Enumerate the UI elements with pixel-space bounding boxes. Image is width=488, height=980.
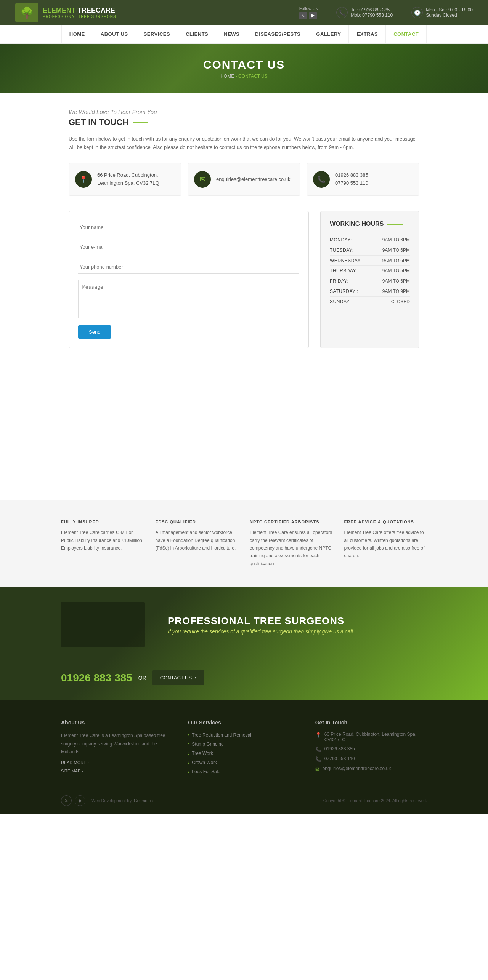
location-icon: 📍	[75, 171, 92, 188]
nav-about[interactable]: ABOUT US	[93, 25, 136, 43]
email-icon: ✉	[194, 171, 211, 188]
footer-phone2-icon: 📞	[315, 756, 321, 762]
working-hours: WORKING HOURS MONDAY: 9AM TO 6PM TUESDAY…	[320, 211, 419, 348]
feature-qualified: FdSc QUALIFIED All management and senior…	[156, 520, 239, 568]
feature-insured-text: Element Tree Care carries £5Million Publ…	[61, 529, 144, 552]
phone-info: 📞 Tel: 01926 883 385 Mob: 07790 553 110	[336, 7, 393, 18]
phone-numbers: Tel: 01926 883 385 Mob: 07790 553 110	[351, 7, 393, 18]
footer-dev-link[interactable]: Gecmedia	[134, 798, 153, 803]
cta-button-label: CONTACT US	[160, 675, 192, 681]
service-link-5[interactable]: Logs For Sale	[188, 769, 220, 774]
follow-label: Follow Us	[299, 6, 318, 11]
hours-sunday: SUNDAY: CLOSED	[330, 297, 410, 307]
brand-name: ELEMENT TREECARE	[43, 6, 116, 14]
nav-diseases[interactable]: DISEASES/PESTS	[247, 25, 308, 43]
logo-text: ELEMENT TREECARE PROFESSIONAL TREE SURGE…	[43, 6, 116, 19]
service-link-4[interactable]: Crown Work	[188, 760, 217, 765]
nav-extras[interactable]: EXTRAS	[349, 25, 386, 43]
footer-services-list: Tree Reduction and Removal Stump Grindin…	[188, 732, 300, 774]
cta-actions: 01926 883 385 OR CONTACT US ›	[61, 670, 204, 685]
time-sunday: CLOSED	[391, 299, 410, 304]
footer-email-link[interactable]: enquiries@elementtreecare.co.uk	[323, 766, 391, 771]
breadcrumb-home[interactable]: HOME	[220, 74, 234, 79]
email-input[interactable]	[78, 240, 299, 254]
nav-home[interactable]: HOME	[61, 25, 93, 43]
footer-email: ✉ enquiries@elementtreecare.co.uk	[315, 766, 427, 772]
footer-phone1: 📞 01926 883 385	[315, 746, 427, 752]
divider2	[402, 7, 402, 18]
mob-number: Mob: 07790 553 110	[351, 13, 393, 18]
time-saturday: 9AM TO 9PM	[382, 289, 410, 294]
phone-input[interactable]	[78, 260, 299, 274]
footer-about: About Us Element Tree Care is a Leamingt…	[61, 719, 173, 777]
cta-inner: PROFESSIONAL TREE SURGEONS If you requir…	[61, 602, 427, 685]
cta-contact-button[interactable]: CONTACT US ›	[152, 670, 204, 685]
spacer	[0, 363, 488, 478]
cta-or-label: OR	[138, 675, 146, 681]
address-card: 📍 66 Price Road, Cubbington, Leamington …	[69, 163, 181, 196]
email-link[interactable]: enquiries@elementtreecare.co.uk	[216, 176, 291, 182]
footer-youtube-icon[interactable]: ▶	[75, 795, 85, 806]
clock-icon: 🕐	[411, 7, 423, 18]
day-thursday: THURSDAY:	[330, 268, 357, 273]
footer-grid: About Us Element Tree Care is a Leamingt…	[61, 719, 427, 777]
top-bar: 🌳 ELEMENT TREECARE PROFESSIONAL TREE SUR…	[0, 0, 488, 25]
contact-form: Send	[69, 211, 309, 348]
brand-name-part2: TREECARE	[75, 6, 115, 14]
hero-banner: CONTACT US HOME › CONTACT US	[0, 44, 488, 93]
logo: 🌳 ELEMENT TREECARE PROFESSIONAL TREE SUR…	[15, 3, 116, 22]
top-right-info: Follow Us 𝕏 ▶ 📞 Tel: 01926 883 385 Mob: …	[299, 6, 473, 19]
read-more-link[interactable]: READ MORE ›	[61, 760, 173, 765]
footer: About Us Element Tree Care is a Leamingt…	[0, 700, 488, 814]
cta-subtitle: If you require the services of a qualifi…	[168, 628, 353, 635]
service-link-1[interactable]: Tree Reduction and Removal	[188, 732, 251, 738]
address-text: 66 Price Road, Cubbington, Leamington Sp…	[97, 171, 159, 187]
day-saturday: SATURDAY :	[330, 289, 358, 294]
feature-nptc-title: NPTC CERTIFIED ARBORISTS	[250, 520, 333, 524]
youtube-icon[interactable]: ▶	[309, 12, 317, 19]
footer-phone2: 📞 07790 553 110	[315, 756, 427, 762]
footer-social: 𝕏 ▶	[61, 795, 85, 806]
form-hours-section: Send WORKING HOURS MONDAY: 9AM TO 6PM TU…	[69, 211, 419, 348]
footer-bottom: 𝕏 ▶ Web Development by: Gecmedia Copyrig…	[61, 789, 427, 806]
hours-tuesday: TUESDAY: 9AM TO 6PM	[330, 245, 410, 256]
time-thursday: 9AM TO 5PM	[382, 268, 410, 273]
nav-services[interactable]: SERVICES	[136, 25, 178, 43]
day-monday: MONDAY:	[330, 237, 352, 243]
footer-bottom-left: 𝕏 ▶ Web Development by: Gecmedia	[61, 795, 153, 806]
day-tuesday: TUESDAY:	[330, 248, 353, 253]
nav-news[interactable]: NEWS	[216, 25, 247, 43]
footer-twitter-icon[interactable]: 𝕏	[61, 795, 72, 806]
hours-saturday: SATURDAY : 9AM TO 9PM	[330, 286, 410, 297]
address-line1: 66 Price Road, Cubbington,	[97, 171, 159, 179]
twitter-icon[interactable]: 𝕏	[299, 12, 307, 19]
cta-phone: 01926 883 385	[61, 672, 132, 684]
footer-address: 📍 66 Price Road, Cubbington, Leamington …	[315, 732, 427, 742]
service-link-2[interactable]: Stump Grinding	[188, 742, 223, 747]
nav-contact[interactable]: CONTACT	[386, 25, 427, 43]
cta-image	[61, 602, 145, 647]
send-button[interactable]: Send	[78, 325, 111, 339]
site-map-link[interactable]: SITE MAP ›	[61, 769, 173, 773]
hours-text: Mon - Sat: 9.00 - 18:00 Sunday Closed	[426, 7, 473, 18]
feature-qualified-title: FdSc QUALIFIED	[156, 520, 239, 524]
name-input[interactable]	[78, 221, 299, 234]
footer-copyright: Copyright © Element Treecare 2024. All r…	[323, 798, 427, 803]
nav-clients[interactable]: CLIENTS	[178, 25, 216, 43]
service-link-3[interactable]: Tree Work	[188, 751, 213, 756]
footer-location-icon: 📍	[315, 732, 321, 738]
time-wednesday: 9AM TO 6PM	[382, 258, 410, 263]
email-text: enquiries@elementtreecare.co.uk	[216, 176, 291, 184]
section-title-text: GET IN TOUCH	[69, 117, 128, 127]
hours-title: WORKING HOURS	[330, 221, 410, 227]
breadcrumb-current: CONTACT US	[238, 74, 268, 79]
message-input[interactable]	[78, 280, 299, 318]
address-line2: Leamington Spa, CV32 7LQ	[97, 179, 159, 187]
feature-advice-title: FREE ADVICE & QUOTATIONS	[344, 520, 427, 524]
nav-gallery[interactable]: GALLERY	[308, 25, 349, 43]
site-map-label: SITE MAP	[61, 769, 80, 773]
cta-banner: PROFESSIONAL TREE SURGEONS If you requir…	[0, 587, 488, 700]
main-content: We Would Love To Hear From You GET IN TO…	[61, 93, 427, 363]
footer-address-text: 66 Price Road, Cubbington, Leamington Sp…	[324, 732, 427, 742]
footer-about-title: About Us	[61, 719, 173, 726]
